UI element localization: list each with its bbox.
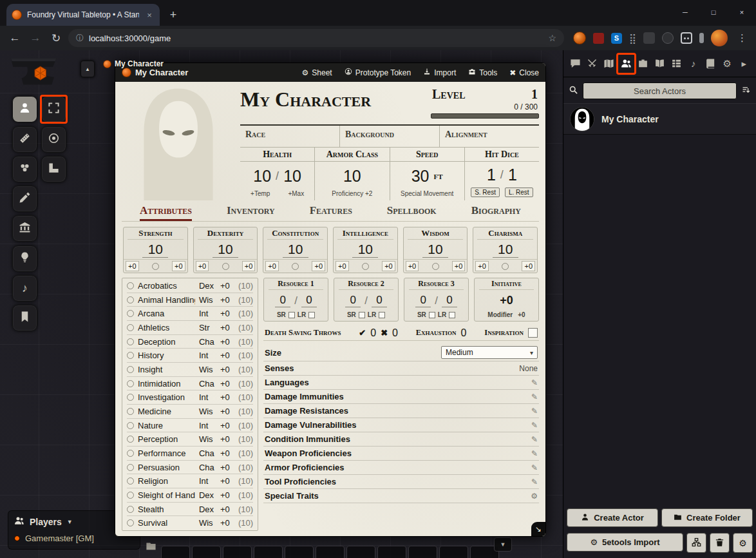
minimize-button[interactable]: ─	[671, 0, 699, 24]
ability-score[interactable]: 10	[352, 240, 378, 258]
skill-row[interactable]: Survival Wis +0 (10)	[127, 516, 253, 530]
tools-button[interactable]: Tools	[468, 68, 497, 77]
special-movement-label[interactable]: Special Movement	[401, 190, 453, 197]
skill-name[interactable]: Intimidation	[138, 379, 195, 389]
skill-proficiency-toggle[interactable]	[127, 422, 134, 429]
skill-row[interactable]: Religion Int +0 (10)	[127, 474, 253, 488]
skill-name[interactable]: Insight	[138, 365, 195, 374]
ability-score[interactable]: 10	[422, 240, 448, 258]
save-proficiency-toggle[interactable]	[222, 263, 229, 270]
macro-slot[interactable]	[192, 546, 221, 558]
lighting-controls-button[interactable]	[12, 245, 37, 272]
sr-checkbox[interactable]	[429, 312, 435, 318]
long-rest-button[interactable]: L. Rest	[505, 188, 533, 197]
search-actors-input[interactable]	[583, 82, 737, 99]
ability-name[interactable]: Charisma	[477, 227, 533, 240]
background-field[interactable]: Background	[340, 126, 440, 147]
sr-checkbox[interactable]	[359, 312, 365, 318]
token-controls-button[interactable]	[12, 96, 37, 122]
5etools-import-button[interactable]: ⚙ 5etools Import	[567, 533, 683, 552]
tab-scenes[interactable]	[601, 55, 617, 73]
skill-row[interactable]: Intimidation Cha +0 (10)	[127, 377, 253, 391]
hp-tempmax-label[interactable]: +Max	[288, 190, 304, 197]
forward-button[interactable]: →	[27, 30, 44, 46]
tab-attributes[interactable]: Attributes	[140, 204, 192, 221]
new-tab-button[interactable]: +	[164, 5, 183, 24]
skill-row[interactable]: Arcana Int +0 (10)	[127, 307, 253, 321]
skill-name[interactable]: History	[138, 351, 195, 360]
tab-items[interactable]	[635, 55, 651, 73]
window-resize-handle[interactable]: ↘	[531, 522, 545, 536]
close-window-button[interactable]: ×	[728, 0, 756, 24]
macro-slot[interactable]	[161, 546, 190, 558]
skill-proficiency-toggle[interactable]	[127, 394, 134, 401]
ability-name[interactable]: Strength	[128, 227, 184, 240]
ac-value[interactable]: 10	[343, 167, 361, 186]
tile-controls-button[interactable]	[12, 156, 37, 182]
skill-row[interactable]: Animal Handling Wis +0 (10)	[127, 293, 253, 307]
death-failure-count[interactable]: 0	[392, 327, 398, 339]
extension-icon-disc[interactable]	[662, 32, 674, 44]
skill-name[interactable]: Deception	[138, 337, 195, 347]
tab-features[interactable]: Features	[310, 204, 352, 221]
short-rest-button[interactable]: S. Rest	[471, 188, 500, 197]
url-text[interactable]: localhost:30000/game	[89, 34, 543, 43]
skill-row[interactable]: Stealth Dex +0 (10)	[127, 503, 253, 517]
tab-close-icon[interactable]: ×	[144, 10, 155, 20]
skill-proficiency-toggle[interactable]	[127, 477, 134, 485]
skill-name[interactable]: Acrobatics	[138, 281, 195, 291]
skill-row[interactable]: History Int +0 (10)	[127, 349, 253, 363]
sound-controls-button[interactable]: ♪	[12, 275, 37, 302]
skill-name[interactable]: Persuasion	[138, 463, 195, 472]
notes-controls-button[interactable]	[12, 305, 37, 331]
delete-button[interactable]	[710, 533, 730, 553]
skill-proficiency-toggle[interactable]	[127, 296, 134, 303]
skill-row[interactable]: Nature Int +0 (10)	[127, 419, 253, 433]
character-portrait[interactable]	[122, 83, 235, 200]
skill-name[interactable]: Performance	[138, 448, 195, 458]
skill-proficiency-toggle[interactable]	[127, 492, 134, 499]
address-bar[interactable]: ⓘ localhost:30000/game ☆	[68, 29, 564, 47]
dock-collapse-button[interactable]: ▲	[80, 61, 95, 77]
tab-tables[interactable]	[668, 55, 685, 73]
actor-list-item[interactable]: My Character	[563, 104, 756, 135]
ruler-tool-button[interactable]	[41, 156, 66, 182]
skill-row[interactable]: Insight Wis +0 (10)	[127, 363, 253, 377]
skill-proficiency-toggle[interactable]	[127, 310, 134, 317]
tab-compendium[interactable]	[703, 55, 719, 73]
hp-current[interactable]: 10	[253, 167, 271, 186]
window-titlebar[interactable]: My Character ⚙ Sheet Prototype Token Imp…	[115, 63, 545, 82]
bookmark-star-icon[interactable]: ☆	[548, 33, 556, 43]
hp-max[interactable]: 10	[283, 167, 301, 186]
sidebar-collapse-button[interactable]: ▸	[736, 55, 752, 73]
macro-slot[interactable]	[285, 546, 314, 558]
sort-icon[interactable]	[741, 85, 751, 97]
edit-icon[interactable]: ✎	[531, 435, 538, 444]
folder-tree-button[interactable]	[686, 533, 706, 553]
tab-combat[interactable]	[584, 55, 600, 73]
save-proficiency-toggle[interactable]	[292, 263, 299, 270]
resource-name[interactable]: Resource 2	[339, 278, 393, 290]
skill-name[interactable]: Sleight of Hand	[138, 490, 195, 500]
sr-checkbox[interactable]	[288, 312, 295, 318]
macro-slot[interactable]	[439, 546, 468, 558]
extension-icon-dark[interactable]	[643, 32, 655, 44]
tab-journal[interactable]	[652, 55, 668, 73]
settings-button[interactable]: ⚙	[733, 533, 753, 553]
skill-proficiency-toggle[interactable]	[127, 408, 134, 415]
xp-text[interactable]: 0 / 300	[431, 102, 539, 113]
browser-menu-icon[interactable]: ⋮	[735, 32, 750, 44]
profile-avatar[interactable]	[711, 30, 728, 46]
edit-icon[interactable]: ✎	[531, 407, 538, 416]
inspiration-checkbox[interactable]	[528, 328, 538, 338]
edit-icon[interactable]: ✎	[531, 421, 538, 430]
skill-name[interactable]: Medicine	[138, 407, 195, 416]
site-info-icon[interactable]: ⓘ	[76, 33, 84, 44]
create-folder-button[interactable]: Create Folder	[661, 508, 753, 527]
alignment-field[interactable]: Alignment	[440, 126, 539, 147]
extension-slim-icon[interactable]	[699, 33, 704, 43]
hit-dice-current[interactable]: 1	[487, 166, 496, 184]
resource-max[interactable]: 0	[301, 294, 317, 307]
skill-row[interactable]: Deception Cha +0 (10)	[127, 335, 253, 349]
skill-proficiency-toggle[interactable]	[127, 436, 134, 443]
